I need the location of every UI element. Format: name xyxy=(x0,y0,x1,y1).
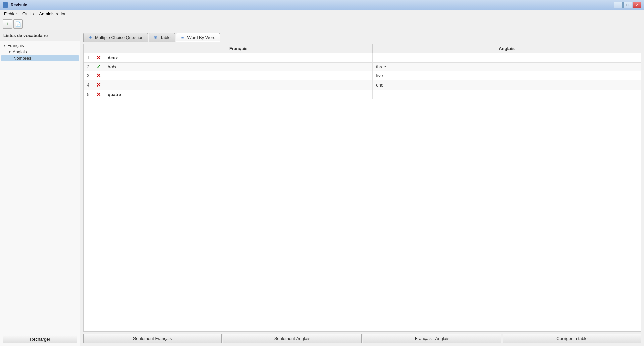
tabs-bar: ✦ Multiple Choice Question ⊞ Table ≡ Wor… xyxy=(83,33,641,42)
cell-english xyxy=(373,53,641,63)
titlebar-title-area: Revisuic xyxy=(3,2,27,8)
menu-fichier[interactable]: Fichier xyxy=(1,11,20,17)
sidebar-item-francais[interactable]: ▼ Français xyxy=(1,42,79,49)
cell-num: 3 xyxy=(84,71,93,80)
minimize-button[interactable]: ─ xyxy=(614,2,623,8)
french-word: trois xyxy=(108,64,116,69)
cell-french: quatre xyxy=(104,90,373,99)
table-body: 1✕deux2✓troisthree3✕five4✕one5✕quatre xyxy=(84,53,641,99)
expand-arrow-anglais: ▼ xyxy=(8,50,11,54)
tab-table[interactable]: ⊞ Table xyxy=(149,33,175,42)
app-icon xyxy=(3,2,8,8)
cell-num: 2 xyxy=(84,63,93,71)
toolbar-open-button[interactable]: 📄 xyxy=(13,19,23,29)
check-icon: ✓ xyxy=(97,64,101,69)
col-french-header: Français xyxy=(104,44,373,53)
vocabulary-table-container: Français Anglais 1✕deux2✓troisthree3✕fiv… xyxy=(83,44,641,332)
titlebar: Revisuic ─ □ ✕ xyxy=(0,0,644,10)
cell-status: ✕ xyxy=(93,80,104,90)
app-title: Revisuic xyxy=(11,3,27,7)
bottom-bar: Seulement Français Seulement Anglais Fra… xyxy=(83,334,641,343)
cell-num: 5 xyxy=(84,90,93,99)
cell-english xyxy=(373,90,641,99)
sidebar-footer: Recharger xyxy=(0,332,80,346)
table-row: 3✕five xyxy=(84,71,641,80)
cell-english: five xyxy=(373,71,641,80)
cell-french: trois xyxy=(104,63,373,71)
cell-french xyxy=(104,80,373,90)
sidebar-tree: ▼ Français ▼ Anglais Nombres xyxy=(0,41,80,332)
cell-status: ✕ xyxy=(93,53,104,63)
menu-outils[interactable]: Outils xyxy=(20,11,36,17)
tab-label-wbw: Word By Word xyxy=(187,35,216,40)
cell-french: deux xyxy=(104,53,373,63)
sidebar-label-francais: Français xyxy=(7,43,24,48)
table-row: 1✕deux xyxy=(84,53,641,63)
toolbar-new-button[interactable]: + xyxy=(3,19,12,29)
btn-francais-anglais[interactable]: Français - Anglais xyxy=(363,334,501,343)
mcq-icon: ✦ xyxy=(88,35,93,40)
cell-english: one xyxy=(373,80,641,90)
close-button[interactable]: ✕ xyxy=(633,2,641,8)
window-controls: ─ □ ✕ xyxy=(614,2,641,8)
french-word: quatre xyxy=(108,92,121,97)
new-icon: + xyxy=(6,21,9,27)
table-row: 2✓troisthree xyxy=(84,63,641,71)
x-icon: ✕ xyxy=(96,82,101,88)
col-status-header xyxy=(93,44,104,53)
sidebar-label-anglais: Anglais xyxy=(13,49,27,54)
table-header-row: Français Anglais xyxy=(84,44,641,53)
menubar: Fichier Outils Administration xyxy=(0,10,644,18)
cell-english: three xyxy=(373,63,641,71)
btn-seulement-francais[interactable]: Seulement Français xyxy=(83,334,222,343)
cell-num: 1 xyxy=(84,53,93,63)
cell-status: ✕ xyxy=(93,71,104,80)
col-english-header: Anglais xyxy=(373,44,641,53)
cell-num: 4 xyxy=(84,80,93,90)
tab-label-mcq: Multiple Choice Question xyxy=(95,35,144,40)
toolbar: + 📄 xyxy=(0,18,644,30)
sidebar-header: Listes de vocabulaire xyxy=(0,30,80,41)
tab-multiple-choice[interactable]: ✦ Multiple Choice Question xyxy=(83,33,148,42)
cell-status: ✓ xyxy=(93,63,104,71)
btn-corriger-table[interactable]: Corriger la table xyxy=(503,334,641,343)
cell-french xyxy=(104,71,373,80)
reload-button[interactable]: Recharger xyxy=(3,335,77,343)
x-icon: ✕ xyxy=(96,55,101,61)
sidebar-item-anglais[interactable]: ▼ Anglais xyxy=(1,49,79,55)
menu-administration[interactable]: Administration xyxy=(36,11,69,17)
table-row: 5✕quatre xyxy=(84,90,641,99)
maximize-button[interactable]: □ xyxy=(623,2,632,8)
content-area: ✦ Multiple Choice Question ⊞ Table ≡ Wor… xyxy=(80,30,644,346)
sidebar-item-nombres[interactable]: Nombres xyxy=(1,55,79,61)
table-icon: ⊞ xyxy=(153,35,158,40)
cell-status: ✕ xyxy=(93,90,104,99)
sidebar-label-nombres: Nombres xyxy=(13,56,31,61)
btn-seulement-anglais[interactable]: Seulement Anglais xyxy=(223,334,362,343)
tab-word-by-word[interactable]: ≡ Word By Word xyxy=(176,33,220,42)
open-icon: 📄 xyxy=(15,21,21,27)
vocabulary-table: Français Anglais 1✕deux2✓troisthree3✕fiv… xyxy=(84,44,641,99)
x-icon: ✕ xyxy=(96,73,101,78)
wbw-icon: ≡ xyxy=(180,35,185,40)
main-layout: Listes de vocabulaire ▼ Français ▼ Angla… xyxy=(0,30,644,346)
french-word: deux xyxy=(108,55,118,60)
expand-arrow-francais: ▼ xyxy=(3,44,6,47)
tab-label-table: Table xyxy=(160,35,171,40)
col-num-header xyxy=(84,44,93,53)
table-row: 4✕one xyxy=(84,80,641,90)
x-icon: ✕ xyxy=(96,92,101,97)
sidebar: Listes de vocabulaire ▼ Français ▼ Angla… xyxy=(0,30,80,346)
